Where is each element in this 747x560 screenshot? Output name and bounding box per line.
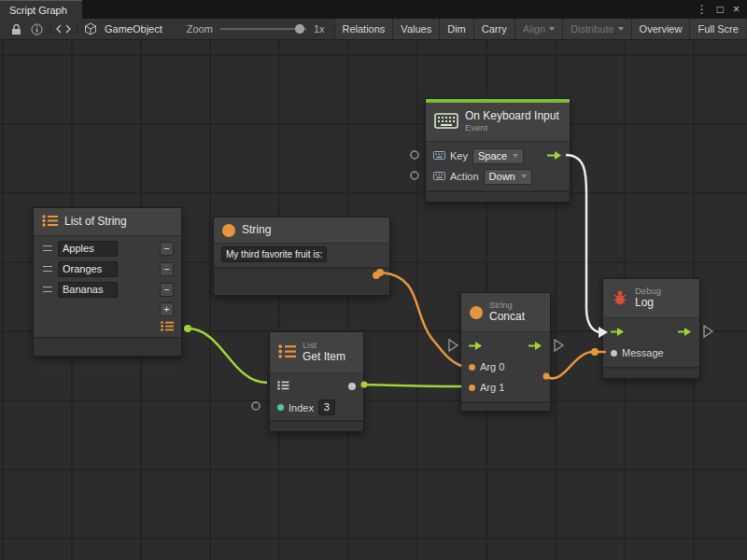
action-dropdown-value: Down	[489, 171, 515, 183]
index-label: Index	[289, 402, 314, 413]
keycode-type-icon	[433, 171, 445, 182]
index-input-port[interactable]	[277, 404, 284, 411]
tab-label: Script Graph	[9, 5, 67, 16]
values-button[interactable]: Values	[392, 19, 439, 39]
list-item-field[interactable]: Oranges	[58, 261, 118, 277]
arg0-input-port[interactable]	[469, 364, 475, 371]
toolbar-divider	[49, 22, 50, 35]
graph-canvas[interactable]: On Keyboard Input Event Key Space	[0, 40, 747, 560]
chevron-down-icon	[549, 27, 555, 31]
flow-input-port[interactable]	[469, 341, 483, 353]
node-footer	[270, 420, 363, 431]
list-item-field[interactable]: Apples	[58, 241, 118, 257]
key-dropdown-value: Space	[478, 150, 507, 162]
remove-item-button[interactable]: −	[160, 283, 174, 297]
zoom-label: Zoom	[187, 23, 213, 35]
zoom-slider-track[interactable]	[220, 28, 306, 30]
arg0-label: Arg 0	[480, 361, 504, 372]
remove-item-button[interactable]: −	[160, 242, 174, 256]
node-title: List of String	[64, 216, 127, 229]
add-item-button[interactable]: +	[160, 302, 174, 316]
align-button: Align	[514, 19, 562, 39]
string-output-port[interactable]	[373, 272, 380, 279]
zoom-value: 1x	[314, 23, 325, 35]
dim-button[interactable]: Dim	[439, 19, 473, 39]
align-label: Align	[523, 23, 545, 35]
relations-button[interactable]: Relations	[334, 19, 393, 39]
drag-handle-icon[interactable]	[43, 266, 52, 272]
distribute-label: Distribute	[571, 23, 613, 35]
list-input-port[interactable]	[277, 381, 289, 392]
remove-item-button[interactable]: −	[160, 262, 174, 276]
target-gameobject[interactable]: GameObject	[105, 23, 162, 35]
toolbar-divider	[77, 22, 78, 35]
node-footer	[426, 190, 570, 202]
string-type-icon	[222, 224, 235, 237]
arg1-input-port[interactable]	[469, 385, 475, 391]
key-dropdown[interactable]: Space	[472, 148, 524, 164]
node-debug-log[interactable]: Debug Log Message	[602, 278, 700, 379]
info-icon[interactable]	[26, 19, 47, 39]
zoom-slider[interactable]	[220, 23, 306, 35]
title-bar: Script Graph ⋮ □ ×	[0, 0, 747, 19]
flow-input-port[interactable]	[611, 327, 625, 339]
action-port-label: Action	[450, 171, 479, 182]
graph-toolbar: GameObject Zoom 1x Relations Values Dim …	[0, 19, 747, 40]
keycode-type-icon	[433, 150, 445, 161]
keyboard-icon	[434, 113, 458, 131]
lock-icon[interactable]	[6, 19, 26, 39]
chevron-down-icon	[521, 175, 527, 178]
flow-output-port[interactable]	[529, 341, 543, 353]
node-on-keyboard-input[interactable]: On Keyboard Input Event Key Space	[425, 98, 571, 203]
distribute-button: Distribute	[562, 19, 630, 39]
node-title: String	[242, 224, 271, 237]
node-footer	[34, 337, 181, 356]
flow-output-port[interactable]	[547, 150, 562, 162]
list-item-field[interactable]: Bananas	[58, 282, 118, 298]
item-output-port[interactable]	[348, 383, 356, 390]
window-menu-icon[interactable]: ⋮	[697, 4, 708, 15]
node-title: Log	[635, 297, 661, 310]
string-value-field[interactable]: My third favorite fruit is:	[221, 246, 327, 262]
node-footer	[214, 267, 389, 295]
drag-handle-icon[interactable]	[43, 245, 52, 251]
node-footer	[461, 401, 550, 411]
list-output-port[interactable]	[161, 321, 174, 333]
carry-button[interactable]: Carry	[473, 19, 514, 39]
key-port-label: Key	[450, 150, 468, 161]
flow-output-port[interactable]	[678, 327, 692, 339]
node-title: Get Item	[303, 351, 345, 364]
list-icon	[42, 215, 58, 229]
string-type-icon	[470, 306, 483, 319]
window-controls: ⋮ □ ×	[697, 0, 747, 19]
window-close-icon[interactable]: ×	[733, 4, 740, 15]
drag-handle-icon[interactable]	[43, 287, 52, 292]
tab-script-graph[interactable]: Script Graph	[0, 0, 82, 19]
action-dropdown[interactable]: Down	[484, 169, 532, 185]
node-footer	[603, 367, 699, 378]
node-get-item[interactable]: List Get Item Index 3	[269, 331, 364, 432]
index-field[interactable]: 3	[318, 399, 335, 415]
node-subtitle: Event	[465, 123, 559, 133]
unity-cube-icon	[80, 19, 101, 39]
bug-icon	[612, 289, 628, 307]
fullscreen-button[interactable]: Full Scre	[689, 19, 745, 39]
node-title: On Keyboard Input	[465, 110, 559, 123]
arg1-label: Arg 1	[480, 382, 504, 393]
node-title: Concat	[489, 311, 525, 324]
message-input-port[interactable]	[611, 350, 617, 357]
zoom-slider-handle[interactable]	[295, 24, 304, 34]
chevron-down-icon	[513, 154, 518, 158]
node-concat[interactable]: String Concat Arg 0 Arg 1	[460, 292, 551, 412]
code-icon[interactable]	[53, 19, 74, 39]
node-string-literal[interactable]: String My third favorite fruit is:	[213, 217, 390, 296]
list-icon	[278, 344, 296, 360]
window-maximize-icon[interactable]: □	[717, 4, 724, 15]
overview-button[interactable]: Overview	[631, 19, 690, 39]
toolbar-buttons: Relations Values Dim Carry Align Distrib…	[334, 19, 746, 39]
message-label: Message	[622, 347, 664, 358]
chevron-down-icon	[618, 27, 624, 31]
node-list-of-string[interactable]: List of String Apples − Oranges − Banana…	[33, 207, 182, 357]
